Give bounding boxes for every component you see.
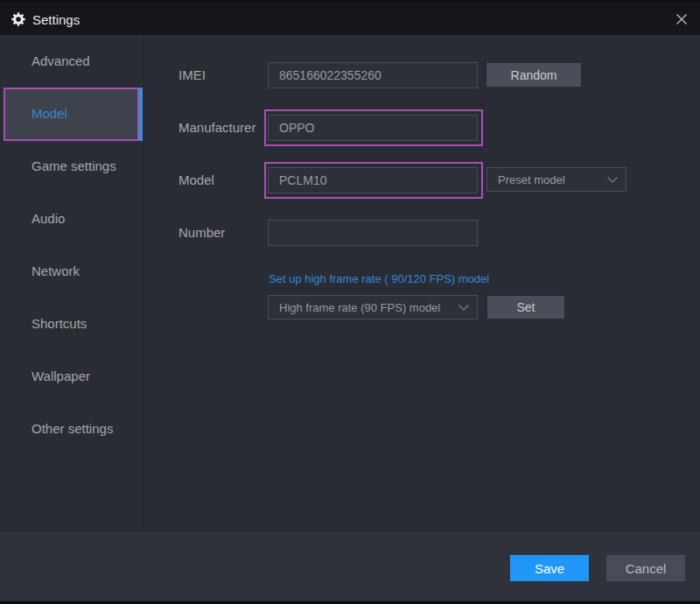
close-icon[interactable] bbox=[669, 7, 694, 32]
model-label: Model bbox=[178, 167, 214, 193]
high-frame-rate-dropdown[interactable]: High frame rate (90 FPS) model bbox=[268, 295, 478, 320]
random-button[interactable]: Random bbox=[486, 63, 581, 87]
chevron-down-icon bbox=[458, 304, 470, 312]
settings-window: Settings Advanced Model Game settings Au… bbox=[0, 0, 700, 604]
high-frame-rate-dropdown-value: High frame rate (90 FPS) model bbox=[279, 301, 440, 314]
sidebar-item-network[interactable]: Network bbox=[0, 245, 140, 298]
model-input[interactable] bbox=[268, 167, 478, 193]
cancel-button[interactable]: Cancel bbox=[606, 555, 685, 581]
sidebar-item-advanced[interactable]: Advanced bbox=[0, 35, 140, 88]
window-title: Settings bbox=[32, 2, 80, 37]
footer-bar bbox=[0, 533, 700, 600]
manufacturer-label: Manufacturer bbox=[178, 115, 256, 141]
manufacturer-input[interactable] bbox=[268, 115, 478, 141]
sidebar-item-audio[interactable]: Audio bbox=[0, 193, 140, 245]
high-frame-rate-link[interactable]: Set up high frame rate ( 90/120 FPS) mod… bbox=[269, 272, 489, 285]
sidebar-item-wallpaper[interactable]: Wallpaper bbox=[0, 350, 140, 403]
save-button[interactable]: Save bbox=[510, 555, 589, 581]
gear-icon bbox=[11, 12, 25, 26]
imei-input[interactable] bbox=[268, 62, 478, 88]
number-input[interactable] bbox=[268, 220, 478, 246]
title-bar: Settings bbox=[0, 0, 700, 35]
sidebar: Advanced Model Game settings Audio Netwo… bbox=[0, 35, 143, 532]
preset-model-dropdown[interactable]: Preset model bbox=[486, 167, 626, 192]
sidebar-item-shortcuts[interactable]: Shortcuts bbox=[0, 298, 140, 350]
chevron-down-icon bbox=[606, 176, 619, 184]
number-label: Number bbox=[178, 220, 225, 246]
selected-item-accent-bar bbox=[139, 88, 143, 141]
set-button[interactable]: Set bbox=[487, 296, 564, 319]
imei-label: IMEI bbox=[178, 62, 206, 88]
sidebar-item-game-settings[interactable]: Game settings bbox=[0, 140, 140, 193]
sidebar-item-other-settings[interactable]: Other settings bbox=[0, 403, 140, 455]
sidebar-item-model[interactable]: Model bbox=[0, 88, 140, 140]
preset-model-dropdown-value: Preset model bbox=[498, 173, 565, 186]
